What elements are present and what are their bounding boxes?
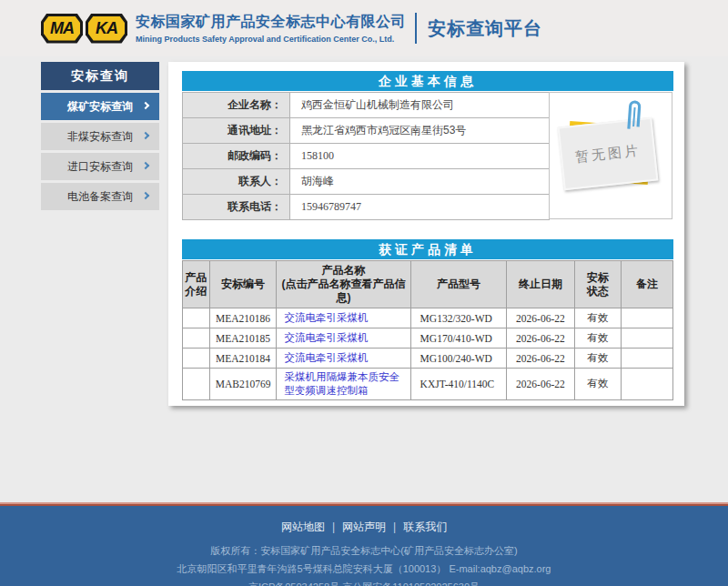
chevron-right-icon — [142, 132, 149, 139]
enterprise-row: 联系人：胡海峰 — [183, 169, 550, 195]
cell-status: 有效 — [574, 369, 621, 400]
field-value: 胡海峰 — [290, 169, 550, 195]
cell-remark — [621, 349, 672, 369]
sidebar-item[interactable]: 电池备案查询 — [41, 183, 159, 210]
cell-status: 有效 — [574, 308, 621, 328]
org-name-block: 安标国家矿用产品安全标志中心有限公司 Mining Products Safet… — [136, 13, 406, 44]
table-row: MAB210769采煤机用隔爆兼本质安全型变频调速控制箱KXJT-410/114… — [183, 369, 673, 400]
footer-link-separator: | — [393, 520, 396, 533]
table-row: MEA210186交流电牵引采煤机MG132/320-WD2026-06-22有… — [183, 308, 673, 328]
copyright-line: 北京朝阳区和平里青年沟路5号煤科总院安科大厦（100013） E-mail:aq… — [0, 562, 728, 576]
field-value: 黑龙江省鸡西市鸡冠区南星街53号 — [290, 118, 550, 144]
chevron-right-icon — [142, 162, 149, 169]
copyright-line: 京ICP备05034258号 京公网安备11010502025630号 — [0, 581, 728, 586]
field-label: 邮政编码： — [183, 144, 290, 169]
site-footer: 网站地图|网站声明|联系我们 版权所有：安标国家矿用产品安全标志中心(矿用产品安… — [0, 504, 728, 586]
cell-name: 采煤机用隔爆兼本质安全型变频调速控制箱 — [277, 369, 410, 400]
cell-end-date: 2026-06-22 — [507, 369, 574, 400]
footer-links: 网站地图|网站声明|联系我们 — [0, 520, 728, 535]
sidebar-item[interactable]: 进口安标查询 — [41, 153, 159, 180]
cell-model: MG100/240-WD — [410, 349, 507, 369]
org-name-cn: 安标国家矿用产品安全标志中心有限公司 — [136, 13, 406, 32]
enterprise-row: 通讯地址：黑龙江省鸡西市鸡冠区南星街53号 — [183, 118, 550, 144]
enterprise-table-body: 企业名称：鸡西金恒矿山机械制造有限公司通讯地址：黑龙江省鸡西市鸡冠区南星街53号… — [183, 93, 550, 220]
enterprise-row: 企业名称：鸡西金恒矿山机械制造有限公司 — [183, 93, 550, 118]
sidebar-item-label: 进口安标查询 — [67, 159, 133, 175]
products-header-row: 产品 介绍安标编号产品名称 (点击产品名称查看产品信息)产品型号终止日期安标 状… — [183, 261, 673, 308]
sidebar-item-label: 煤矿安标查询 — [67, 99, 133, 115]
cell-cert-no: MAB210769 — [209, 369, 277, 400]
logo-badge-ma: MA — [41, 14, 83, 44]
column-header: 安标 状态 — [574, 261, 621, 308]
paperclip-icon — [623, 97, 645, 131]
cell-intro — [183, 328, 210, 349]
cell-name: 交流电牵引采煤机 — [277, 349, 410, 369]
chevron-right-icon — [142, 192, 149, 199]
logo-badge-ka: KA — [86, 14, 127, 44]
column-header: 安标编号 — [209, 261, 277, 308]
column-header: 产品名称 (点击产品名称查看产品信息) — [277, 261, 410, 308]
enterprise-row: 联系电话：15946789747 — [183, 195, 550, 220]
enterprise-section-body: 企业名称：鸡西金恒矿山机械制造有限公司通讯地址：黑龙江省鸡西市鸡冠区南星街53号… — [182, 92, 673, 220]
product-name-link[interactable]: 交流电牵引采煤机 — [284, 332, 368, 343]
field-label: 通讯地址： — [183, 118, 290, 144]
logo-badge-ma-text: MA — [44, 16, 80, 41]
maka-logo: MA KA — [41, 14, 127, 44]
field-label: 联系电话： — [183, 195, 290, 220]
footer-link-separator: | — [332, 520, 335, 533]
column-header: 终止日期 — [507, 261, 574, 308]
field-value: 鸡西金恒矿山机械制造有限公司 — [290, 93, 550, 118]
cell-remark — [621, 308, 672, 328]
cell-cert-no: MEA210184 — [209, 349, 277, 369]
enterprise-section-title: 企业基本信息 — [182, 71, 673, 91]
cell-name: 交流电牵引采煤机 — [277, 328, 410, 349]
cell-remark — [621, 328, 672, 349]
footer-link[interactable]: 联系我们 — [403, 520, 447, 533]
cell-intro — [183, 369, 210, 400]
column-header: 产品型号 — [410, 261, 507, 308]
cell-end-date: 2026-06-22 — [507, 308, 574, 328]
org-name-en: Mining Products Safety Approval and Cert… — [136, 35, 406, 44]
cell-status: 有效 — [574, 349, 621, 369]
sidebar-item[interactable]: 煤矿安标查询 — [41, 93, 159, 120]
product-image-placeholder: 暂无图片 — [549, 92, 672, 219]
site-header: MA KA 安标国家矿用产品安全标志中心有限公司 Mining Products… — [0, 0, 728, 56]
products-table-body: MEA210186交流电牵引采煤机MG132/320-WD2026-06-22有… — [183, 308, 673, 400]
product-name-link[interactable]: 交流电牵引采煤机 — [284, 352, 368, 363]
cell-model: MG170/410-WD — [410, 328, 507, 349]
products-table: 产品 介绍安标编号产品名称 (点击产品名称查看产品信息)产品型号终止日期安标 状… — [182, 260, 673, 400]
chevron-right-icon — [142, 102, 149, 109]
main-panel: 企业基本信息 企业名称：鸡西金恒矿山机械制造有限公司通讯地址：黑龙江省鸡西市鸡冠… — [168, 62, 684, 406]
sidebar-item-label: 电池备案查询 — [67, 189, 133, 205]
cell-model: KXJT-410/1140C — [410, 369, 507, 400]
field-value: 15946789747 — [290, 195, 550, 220]
product-name-link[interactable]: 交流电牵引采煤机 — [284, 312, 368, 323]
sidebar-title: 安标查询 — [41, 62, 159, 90]
cell-model: MG132/320-WD — [410, 308, 507, 328]
cell-cert-no: MEA210186 — [209, 308, 277, 328]
enterprise-info-table: 企业名称：鸡西金恒矿山机械制造有限公司通讯地址：黑龙江省鸡西市鸡冠区南星街53号… — [182, 92, 550, 220]
cell-status: 有效 — [574, 328, 621, 349]
sidebar-item-label: 非煤安标查询 — [67, 129, 133, 145]
sidebar-menu: 煤矿安标查询非煤安标查询进口安标查询电池备案查询 — [41, 93, 159, 210]
cell-cert-no: MEA210185 — [209, 328, 277, 349]
cell-end-date: 2026-06-22 — [507, 328, 574, 349]
table-row: MEA210184交流电牵引采煤机MG100/240-WD2026-06-22有… — [183, 349, 673, 369]
copyright-line: 版权所有：安标国家矿用产品安全标志中心(矿用产品安全标志办公室) — [0, 544, 728, 558]
logo-badge-ka-text: KA — [88, 16, 125, 41]
field-value: 158100 — [290, 144, 550, 169]
cell-remark — [621, 369, 672, 400]
footer-link[interactable]: 网站地图 — [281, 520, 325, 533]
sidebar-item[interactable]: 非煤安标查询 — [41, 123, 159, 150]
platform-title: 安标查询平台 — [428, 16, 542, 41]
product-name-link[interactable]: 采煤机用隔爆兼本质安全型变频调速控制箱 — [284, 371, 399, 396]
column-header: 备注 — [621, 261, 672, 308]
cell-intro — [183, 349, 210, 369]
cell-end-date: 2026-06-22 — [507, 349, 574, 369]
field-label: 企业名称： — [183, 93, 290, 118]
table-row: MEA210185交流电牵引采煤机MG170/410-WD2026-06-22有… — [183, 328, 673, 349]
header-divider — [415, 13, 417, 44]
footer-link[interactable]: 网站声明 — [342, 520, 386, 533]
column-header: 产品 介绍 — [183, 261, 210, 308]
footer-copyright: 版权所有：安标国家矿用产品安全标志中心(矿用产品安全标志办公室)北京朝阳区和平里… — [0, 544, 728, 586]
